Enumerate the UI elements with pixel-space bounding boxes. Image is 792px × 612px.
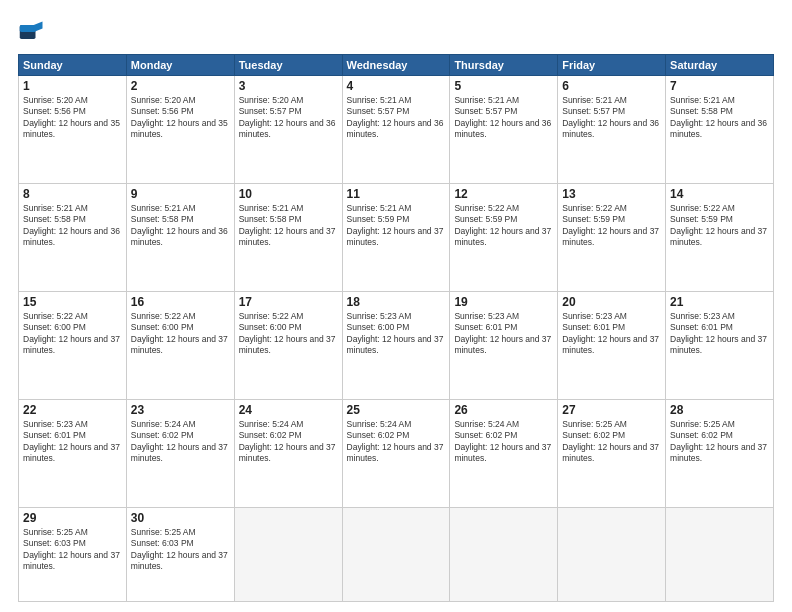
calendar-cell: 14 Sunrise: 5:22 AM Sunset: 5:59 PM Dayl… bbox=[666, 183, 774, 291]
day-number: 2 bbox=[131, 79, 230, 93]
day-number: 13 bbox=[562, 187, 661, 201]
calendar-cell: 5 Sunrise: 5:21 AM Sunset: 5:57 PM Dayli… bbox=[450, 76, 558, 184]
day-info: Sunrise: 5:25 AM Sunset: 6:02 PM Dayligh… bbox=[562, 419, 661, 465]
header-monday: Monday bbox=[126, 55, 234, 76]
day-number: 5 bbox=[454, 79, 553, 93]
day-info: Sunrise: 5:21 AM Sunset: 5:58 PM Dayligh… bbox=[239, 203, 338, 249]
day-info: Sunrise: 5:22 AM Sunset: 5:59 PM Dayligh… bbox=[670, 203, 769, 249]
calendar-cell: 21 Sunrise: 5:23 AM Sunset: 6:01 PM Dayl… bbox=[666, 291, 774, 399]
day-info: Sunrise: 5:22 AM Sunset: 6:00 PM Dayligh… bbox=[131, 311, 230, 357]
calendar-header-row: SundayMondayTuesdayWednesdayThursdayFrid… bbox=[19, 55, 774, 76]
calendar-week-2: 8 Sunrise: 5:21 AM Sunset: 5:58 PM Dayli… bbox=[19, 183, 774, 291]
calendar-cell: 26 Sunrise: 5:24 AM Sunset: 6:02 PM Dayl… bbox=[450, 399, 558, 507]
calendar-cell: 23 Sunrise: 5:24 AM Sunset: 6:02 PM Dayl… bbox=[126, 399, 234, 507]
day-info: Sunrise: 5:23 AM Sunset: 6:01 PM Dayligh… bbox=[670, 311, 769, 357]
day-number: 6 bbox=[562, 79, 661, 93]
calendar-cell bbox=[558, 507, 666, 601]
calendar-cell: 30 Sunrise: 5:25 AM Sunset: 6:03 PM Dayl… bbox=[126, 507, 234, 601]
calendar-cell: 27 Sunrise: 5:25 AM Sunset: 6:02 PM Dayl… bbox=[558, 399, 666, 507]
header-saturday: Saturday bbox=[666, 55, 774, 76]
day-number: 15 bbox=[23, 295, 122, 309]
calendar-week-1: 1 Sunrise: 5:20 AM Sunset: 5:56 PM Dayli… bbox=[19, 76, 774, 184]
day-info: Sunrise: 5:25 AM Sunset: 6:02 PM Dayligh… bbox=[670, 419, 769, 465]
top-area bbox=[18, 18, 774, 46]
day-info: Sunrise: 5:21 AM Sunset: 5:58 PM Dayligh… bbox=[23, 203, 122, 249]
calendar-cell: 1 Sunrise: 5:20 AM Sunset: 5:56 PM Dayli… bbox=[19, 76, 127, 184]
calendar-cell: 3 Sunrise: 5:20 AM Sunset: 5:57 PM Dayli… bbox=[234, 76, 342, 184]
day-number: 29 bbox=[23, 511, 122, 525]
day-info: Sunrise: 5:22 AM Sunset: 5:59 PM Dayligh… bbox=[562, 203, 661, 249]
day-info: Sunrise: 5:20 AM Sunset: 5:56 PM Dayligh… bbox=[23, 95, 122, 141]
logo-icon bbox=[18, 18, 46, 46]
day-number: 14 bbox=[670, 187, 769, 201]
day-number: 26 bbox=[454, 403, 553, 417]
day-info: Sunrise: 5:21 AM Sunset: 5:57 PM Dayligh… bbox=[562, 95, 661, 141]
day-number: 8 bbox=[23, 187, 122, 201]
day-info: Sunrise: 5:23 AM Sunset: 6:01 PM Dayligh… bbox=[562, 311, 661, 357]
day-number: 23 bbox=[131, 403, 230, 417]
calendar-cell: 2 Sunrise: 5:20 AM Sunset: 5:56 PM Dayli… bbox=[126, 76, 234, 184]
calendar-cell: 4 Sunrise: 5:21 AM Sunset: 5:57 PM Dayli… bbox=[342, 76, 450, 184]
calendar-cell bbox=[450, 507, 558, 601]
calendar-cell: 12 Sunrise: 5:22 AM Sunset: 5:59 PM Dayl… bbox=[450, 183, 558, 291]
day-info: Sunrise: 5:24 AM Sunset: 6:02 PM Dayligh… bbox=[454, 419, 553, 465]
calendar-cell: 29 Sunrise: 5:25 AM Sunset: 6:03 PM Dayl… bbox=[19, 507, 127, 601]
header-tuesday: Tuesday bbox=[234, 55, 342, 76]
logo bbox=[18, 18, 50, 46]
calendar-cell bbox=[234, 507, 342, 601]
calendar-cell: 11 Sunrise: 5:21 AM Sunset: 5:59 PM Dayl… bbox=[342, 183, 450, 291]
day-number: 17 bbox=[239, 295, 338, 309]
day-number: 30 bbox=[131, 511, 230, 525]
calendar-week-3: 15 Sunrise: 5:22 AM Sunset: 6:00 PM Dayl… bbox=[19, 291, 774, 399]
day-number: 22 bbox=[23, 403, 122, 417]
header-thursday: Thursday bbox=[450, 55, 558, 76]
day-info: Sunrise: 5:23 AM Sunset: 6:01 PM Dayligh… bbox=[23, 419, 122, 465]
day-number: 10 bbox=[239, 187, 338, 201]
day-info: Sunrise: 5:22 AM Sunset: 6:00 PM Dayligh… bbox=[239, 311, 338, 357]
day-number: 1 bbox=[23, 79, 122, 93]
day-number: 12 bbox=[454, 187, 553, 201]
day-number: 24 bbox=[239, 403, 338, 417]
day-info: Sunrise: 5:21 AM Sunset: 5:58 PM Dayligh… bbox=[131, 203, 230, 249]
calendar-cell: 20 Sunrise: 5:23 AM Sunset: 6:01 PM Dayl… bbox=[558, 291, 666, 399]
calendar-table: SundayMondayTuesdayWednesdayThursdayFrid… bbox=[18, 54, 774, 602]
day-info: Sunrise: 5:25 AM Sunset: 6:03 PM Dayligh… bbox=[131, 527, 230, 573]
day-number: 16 bbox=[131, 295, 230, 309]
calendar-week-4: 22 Sunrise: 5:23 AM Sunset: 6:01 PM Dayl… bbox=[19, 399, 774, 507]
day-info: Sunrise: 5:22 AM Sunset: 6:00 PM Dayligh… bbox=[23, 311, 122, 357]
calendar-cell: 13 Sunrise: 5:22 AM Sunset: 5:59 PM Dayl… bbox=[558, 183, 666, 291]
day-info: Sunrise: 5:24 AM Sunset: 6:02 PM Dayligh… bbox=[239, 419, 338, 465]
header-sunday: Sunday bbox=[19, 55, 127, 76]
calendar-cell: 6 Sunrise: 5:21 AM Sunset: 5:57 PM Dayli… bbox=[558, 76, 666, 184]
day-number: 19 bbox=[454, 295, 553, 309]
header-wednesday: Wednesday bbox=[342, 55, 450, 76]
day-number: 25 bbox=[347, 403, 446, 417]
calendar-cell: 9 Sunrise: 5:21 AM Sunset: 5:58 PM Dayli… bbox=[126, 183, 234, 291]
calendar-cell: 16 Sunrise: 5:22 AM Sunset: 6:00 PM Dayl… bbox=[126, 291, 234, 399]
day-info: Sunrise: 5:21 AM Sunset: 5:59 PM Dayligh… bbox=[347, 203, 446, 249]
calendar-cell: 24 Sunrise: 5:24 AM Sunset: 6:02 PM Dayl… bbox=[234, 399, 342, 507]
day-info: Sunrise: 5:21 AM Sunset: 5:58 PM Dayligh… bbox=[670, 95, 769, 141]
day-info: Sunrise: 5:20 AM Sunset: 5:57 PM Dayligh… bbox=[239, 95, 338, 141]
header-friday: Friday bbox=[558, 55, 666, 76]
svg-rect-1 bbox=[20, 25, 36, 32]
day-number: 21 bbox=[670, 295, 769, 309]
day-number: 18 bbox=[347, 295, 446, 309]
day-info: Sunrise: 5:23 AM Sunset: 6:01 PM Dayligh… bbox=[454, 311, 553, 357]
calendar-cell bbox=[342, 507, 450, 601]
calendar-cell: 28 Sunrise: 5:25 AM Sunset: 6:02 PM Dayl… bbox=[666, 399, 774, 507]
calendar-cell: 7 Sunrise: 5:21 AM Sunset: 5:58 PM Dayli… bbox=[666, 76, 774, 184]
day-info: Sunrise: 5:24 AM Sunset: 6:02 PM Dayligh… bbox=[347, 419, 446, 465]
calendar-cell bbox=[666, 507, 774, 601]
calendar-cell: 22 Sunrise: 5:23 AM Sunset: 6:01 PM Dayl… bbox=[19, 399, 127, 507]
day-info: Sunrise: 5:25 AM Sunset: 6:03 PM Dayligh… bbox=[23, 527, 122, 573]
calendar-week-5: 29 Sunrise: 5:25 AM Sunset: 6:03 PM Dayl… bbox=[19, 507, 774, 601]
day-number: 27 bbox=[562, 403, 661, 417]
calendar-cell: 15 Sunrise: 5:22 AM Sunset: 6:00 PM Dayl… bbox=[19, 291, 127, 399]
calendar-cell: 19 Sunrise: 5:23 AM Sunset: 6:01 PM Dayl… bbox=[450, 291, 558, 399]
day-info: Sunrise: 5:21 AM Sunset: 5:57 PM Dayligh… bbox=[347, 95, 446, 141]
day-number: 3 bbox=[239, 79, 338, 93]
day-info: Sunrise: 5:20 AM Sunset: 5:56 PM Dayligh… bbox=[131, 95, 230, 141]
page: SundayMondayTuesdayWednesdayThursdayFrid… bbox=[0, 0, 792, 612]
day-info: Sunrise: 5:21 AM Sunset: 5:57 PM Dayligh… bbox=[454, 95, 553, 141]
